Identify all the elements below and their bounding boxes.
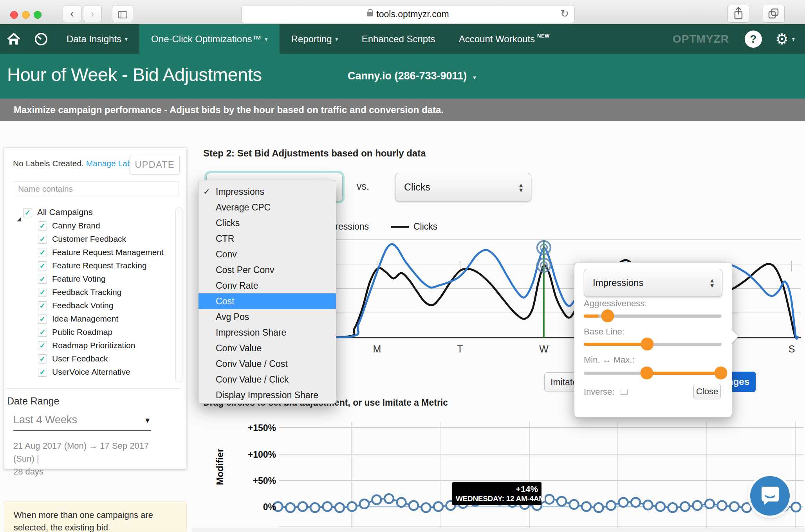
gear-icon[interactable]: ⚙	[775, 31, 789, 47]
menu-item-conv-value-cost[interactable]: Conv Value / Cost	[199, 356, 336, 372]
browser-tabs-button[interactable]	[763, 5, 785, 23]
campaign-row[interactable]: ✓Public Roadmap	[38, 325, 170, 339]
campaign-row[interactable]: ✓Customer Feedback	[38, 232, 170, 246]
campaign-label: Feedback Voting	[52, 301, 113, 310]
slider-min-handle[interactable]	[641, 367, 653, 379]
campaign-row[interactable]: ✓Feature Request Management	[38, 246, 170, 259]
menu-item-conv-rate[interactable]: Conv Rate	[199, 278, 336, 293]
menu-item-conv-value-click[interactable]: Conv Value / Click	[199, 372, 336, 387]
nav-enhanced-scripts[interactable]: Enhanced Scripts	[350, 24, 447, 54]
menu-item-impression-share[interactable]: Impression Share	[199, 325, 336, 340]
campaign-label: Customer Feedback	[52, 234, 126, 244]
campaign-row[interactable]: ✓Idea Management	[38, 312, 170, 325]
home-button[interactable]	[0, 24, 27, 54]
menu-item-ctr[interactable]: CTR	[199, 231, 336, 246]
browser-share-button[interactable]	[727, 5, 749, 23]
name-contains-input[interactable]	[13, 182, 179, 196]
close-button[interactable]: Close	[693, 384, 721, 399]
menu-item-impressions[interactable]: ✓Impressions	[199, 184, 336, 200]
reload-icon[interactable]: ↻	[560, 8, 569, 20]
bid-modifier-chart[interactable]	[219, 421, 805, 532]
compare-metric-select[interactable]: Clicks ▲▼	[395, 173, 531, 201]
campaign-row[interactable]: ✓UserVoice Alternative	[38, 365, 170, 379]
subtitle-bar: Maximize campaign performance - Adjust b…	[0, 99, 805, 121]
campaign-tree: ✓All Campaigns✓Canny Brand✓Customer Feed…	[13, 206, 170, 379]
campaign-label: Canny Brand	[52, 221, 100, 230]
tree-expand-icon[interactable]	[17, 207, 21, 221]
campaign-checkbox[interactable]: ✓	[38, 301, 47, 310]
date-range-detail: 21 Aug 2017 (Mon) → 17 Sep 2017 (Sun) | …	[13, 439, 170, 478]
slider-handle[interactable]	[641, 338, 654, 350]
menu-item-conv-value[interactable]: Conv Value	[199, 340, 336, 356]
aggressiveness-slider[interactable]	[584, 315, 722, 318]
popover-metric-select[interactable]: Impressions ▲▼	[584, 269, 722, 297]
page-header: Hour of Week - Bid Adjustments Canny.io …	[0, 54, 805, 99]
nav-data-insights[interactable]: Data Insights▾	[55, 24, 139, 54]
gauge-icon	[34, 32, 48, 46]
campaign-row[interactable]: ✓Feedback Tracking	[38, 286, 170, 299]
campaign-checkbox[interactable]: ✓	[38, 341, 47, 350]
campaign-checkbox[interactable]: ✓	[38, 354, 47, 363]
ytick-100: +100%	[233, 449, 276, 460]
campaign-checkbox[interactable]: ✓	[38, 235, 47, 244]
svg-text:W: W	[539, 343, 549, 354]
update-button[interactable]: UPDATE	[130, 155, 180, 174]
chat-launcher[interactable]	[750, 476, 790, 516]
menu-item-avg-pos[interactable]: Avg Pos	[199, 309, 336, 325]
window-zoom-button[interactable]	[34, 11, 42, 19]
dashboard-button[interactable]	[27, 24, 55, 54]
legend-swatch	[391, 226, 409, 228]
baseline-slider[interactable]	[584, 343, 722, 346]
account-selector[interactable]: Canny.io (286-733-9011) ▾	[348, 70, 476, 82]
date-range-select[interactable]: Last 4 Weeks ▼	[13, 414, 151, 426]
menu-item-cost[interactable]: Cost	[199, 293, 336, 309]
nav-one-click-optimizations[interactable]: One-Click Optimizations™▾	[139, 24, 279, 54]
slider-fill	[584, 315, 599, 318]
ytick-50: +50%	[233, 476, 276, 486]
ytick-0: 0%	[233, 502, 276, 512]
chevron-down-icon: ▾	[265, 36, 268, 42]
inverse-checkbox[interactable]	[621, 389, 628, 395]
tree-scrollbar[interactable]	[175, 207, 182, 383]
window-close-button[interactable]	[10, 11, 18, 19]
slider-handle[interactable]	[601, 309, 614, 322]
tooltip-label: WEDNESDAY: 12 AM-4AM	[456, 494, 538, 503]
nav-reporting[interactable]: Reporting▾	[280, 24, 350, 54]
tabs-icon	[763, 5, 784, 22]
menu-item-display-impression-share[interactable]: Display Impression Share	[199, 387, 336, 403]
browser-back-button[interactable]: ‹	[63, 5, 81, 22]
window-minimize-button[interactable]	[22, 11, 30, 19]
campaign-checkbox[interactable]: ✓	[38, 368, 47, 377]
nav-account-workouts[interactable]: Account WorkoutsNEW	[447, 24, 561, 54]
campaign-row[interactable]: ✓Feature Request Tracking	[38, 259, 170, 272]
browser-forward-button[interactable]: ›	[83, 5, 102, 22]
campaign-checkbox[interactable]: ✓	[38, 221, 47, 230]
campaign-checkbox[interactable]: ✓	[23, 208, 32, 217]
campaign-checkbox[interactable]: ✓	[38, 315, 47, 324]
address-bar[interactable]: tools.optmyzr.com ↻	[241, 5, 575, 23]
minmax-slider[interactable]	[584, 372, 722, 375]
slider-max-handle[interactable]	[715, 367, 727, 379]
menu-item-clicks[interactable]: Clicks	[199, 215, 336, 231]
campaign-row[interactable]: ✓Feature Voting	[38, 272, 170, 286]
campaign-checkbox[interactable]: ✓	[38, 275, 47, 284]
browser-sidebar-button[interactable]	[112, 5, 133, 22]
menu-item-conv[interactable]: Conv	[199, 246, 336, 262]
campaign-row[interactable]: ✓Canny Brand	[38, 219, 170, 232]
menu-item-cost-per-conv[interactable]: Cost Per Conv	[199, 262, 336, 278]
campaign-row[interactable]: ✓User Feedback	[38, 352, 170, 365]
campaign-checkbox[interactable]: ✓	[38, 248, 47, 257]
url-text: tools.optmyzr.com	[376, 9, 449, 20]
campaign-checkbox[interactable]: ✓	[38, 288, 47, 297]
svg-text:M: M	[373, 343, 381, 354]
campaign-label: Feature Request Tracking	[52, 261, 147, 270]
campaign-tree-root[interactable]: ✓All Campaigns	[13, 206, 170, 219]
campaign-row[interactable]: ✓Feedback Voting	[38, 299, 170, 312]
campaign-checkbox[interactable]: ✓	[38, 328, 47, 337]
campaign-row[interactable]: ✓Roadmap Prioritization	[38, 339, 170, 352]
menu-item-average-cpc[interactable]: Average CPC	[199, 200, 336, 215]
campaign-label: Idea Management	[52, 314, 118, 324]
campaign-checkbox[interactable]: ✓	[38, 261, 47, 270]
help-button[interactable]: ?	[745, 31, 762, 48]
ytick-150: +150%	[233, 423, 276, 433]
